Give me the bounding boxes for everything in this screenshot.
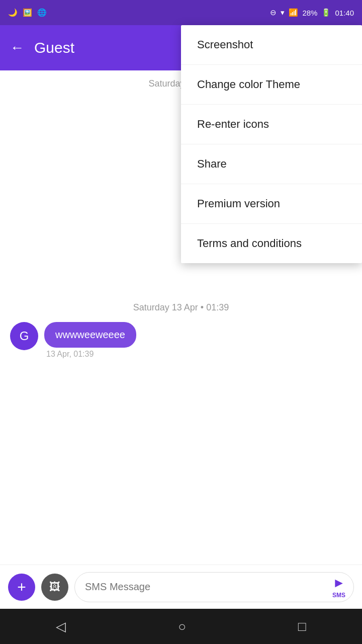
send-icon: ► [332,575,345,591]
media-button[interactable]: 🖼 [41,574,68,601]
battery-icon: 🔋 [321,8,331,17]
message-content: wwwweeweeee 13 Apr, 01:39 [44,322,136,359]
sms-input[interactable] [85,581,332,593]
add-button[interactable]: + [8,574,35,601]
avatar-initial: G [20,329,29,343]
date-separator-2: Saturday 13 Apr • 01:39 [0,294,362,317]
dropdown-menu: Screenshot Change color Theme Re-enter i… [181,25,362,263]
menu-item-change-color-theme[interactable]: Change color Theme [181,65,362,105]
moon-icon: 🌙 [8,8,18,17]
nav-home-button[interactable]: ○ [178,619,186,634]
page-wrapper: 🌙 🖼️ 🌐 ⊖ ▾ 📶 28% 🔋 01:40 ← Guest Saturda… [0,0,362,644]
message-time: 13 Apr, 01:39 [44,350,136,359]
status-left-icons: 🌙 🖼️ 🌐 [8,8,47,17]
signal-icon: 📶 [289,8,298,17]
plus-icon: + [17,579,26,596]
menu-item-premium-version[interactable]: Premium version [181,184,362,224]
send-button[interactable]: ► SMS [332,575,345,599]
message-bubble: wwwweeweeee [44,322,136,348]
input-area: + 🖼 ► SMS [0,565,362,609]
photo-icon: 🖼️ [23,8,32,17]
back-button[interactable]: ← [10,40,24,56]
dnd-icon: ⊖ [270,8,277,17]
media-icon: 🖼 [49,581,60,594]
nav-back-button[interactable]: ◁ [56,619,66,634]
status-bar: 🌙 🖼️ 🌐 ⊖ ▾ 📶 28% 🔋 01:40 [0,0,362,25]
avatar: G [10,322,38,350]
chat-title: Guest [34,39,74,56]
status-right: ⊖ ▾ 📶 28% 🔋 01:40 [270,8,354,17]
message-item: G wwwweeweeee 13 Apr, 01:39 [0,317,362,364]
nav-recents-button[interactable]: □ [298,619,306,634]
nav-bar: ◁ ○ □ [0,609,362,644]
menu-item-reenter-icons[interactable]: Re-enter icons [181,105,362,144]
globe-icon: 🌐 [37,8,47,17]
sms-input-wrapper: ► SMS [74,572,354,602]
menu-item-terms-conditions[interactable]: Terms and conditions [181,224,362,263]
send-label: SMS [332,592,345,599]
menu-item-screenshot[interactable]: Screenshot [181,25,362,65]
wifi-icon: ▾ [281,8,285,17]
battery-percent: 28% [302,9,317,17]
clock: 01:40 [335,9,354,17]
menu-item-share[interactable]: Share [181,144,362,184]
